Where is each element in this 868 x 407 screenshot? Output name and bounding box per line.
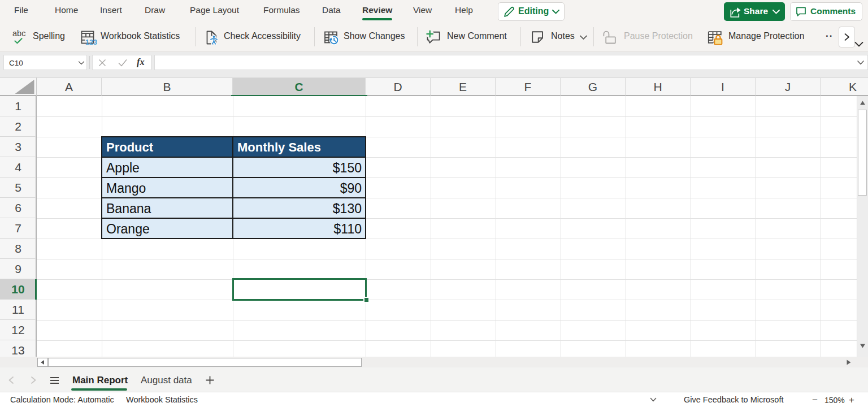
svg-text:123: 123 — [85, 38, 97, 46]
